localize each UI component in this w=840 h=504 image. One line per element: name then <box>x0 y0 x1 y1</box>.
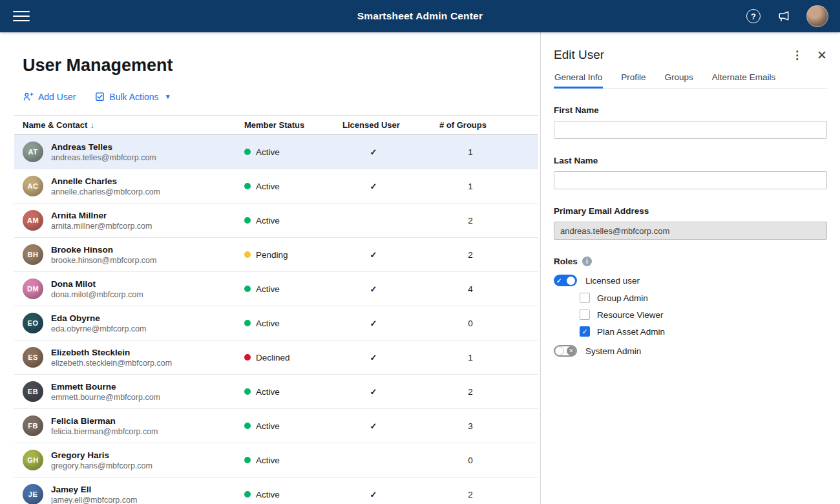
user-name: Gregory Haris <box>51 450 152 460</box>
table-row[interactable]: EO Eda Obyrne eda.obyrne@mbfcorp.com Act… <box>14 306 538 341</box>
role-checkbox-label: Group Admin <box>597 293 648 303</box>
user-table: Name & Contact↓ Member Status Licensed U… <box>14 115 538 504</box>
table-row[interactable]: DM Dona Milot dona.milot@mbfcorp.com Act… <box>14 272 538 306</box>
column-header-licensed[interactable]: Licensed User <box>342 120 439 130</box>
licensed-user-role-row: ✓ Licensed user <box>554 275 827 286</box>
status-dot <box>244 388 251 395</box>
licensed-check-icon: ✓ <box>342 387 404 397</box>
user-email: arnita.millner@mbfcorp.com <box>51 222 152 231</box>
role-checkbox[interactable] <box>580 310 590 320</box>
system-admin-toggle-label: System Admin <box>585 346 641 356</box>
status-label: Active <box>256 284 280 294</box>
user-name: Arnita Millner <box>51 211 152 220</box>
role-checkbox-row: ✓ Plan Asset Admin <box>580 326 827 337</box>
table-row[interactable]: AM Arnita Millner arnita.millner@mbfcorp… <box>14 204 538 238</box>
status-dot <box>244 457 251 463</box>
licensed-check-icon: ✓ <box>342 421 404 431</box>
panel-title: Edit User <box>554 48 604 62</box>
status-dot <box>244 251 251 258</box>
info-icon[interactable]: i <box>582 257 592 266</box>
user-avatar-menu[interactable] <box>806 5 828 27</box>
user-management-section: User Management Add User <box>0 32 540 504</box>
hamburger-menu-icon[interactable] <box>13 8 30 25</box>
edit-user-panel: Edit User ⋮ ✕ General InfoProfileGroupsA… <box>540 32 840 504</box>
groups-count: 2 <box>439 216 501 226</box>
user-avatar: AT <box>23 142 43 162</box>
table-row[interactable]: FB Felicia Bierman felicia.bierman@mbfco… <box>14 409 538 443</box>
add-user-button[interactable]: Add User <box>23 91 76 102</box>
toggle-check-icon: ✓ <box>556 277 562 284</box>
user-avatar: AC <box>23 176 43 196</box>
licensed-user-toggle-label: Licensed user <box>585 276 640 286</box>
bulk-actions-icon <box>95 92 105 101</box>
user-name: Elizebeth Stecklein <box>51 348 172 357</box>
tab-label: Alternate Emails <box>712 72 775 82</box>
status-label: Active <box>256 456 280 465</box>
system-admin-role-row: ✕ System Admin <box>554 345 827 357</box>
system-admin-toggle[interactable]: ✕ <box>554 345 577 357</box>
groups-count: 4 <box>439 284 501 294</box>
close-icon[interactable]: ✕ <box>817 49 827 61</box>
tab-profile[interactable]: Profile <box>620 72 646 88</box>
user-avatar: AM <box>23 210 43 231</box>
bulk-actions-button[interactable]: Bulk Actions ▼ <box>95 92 171 102</box>
status-label: Active <box>256 490 280 499</box>
table-row[interactable]: JE Jamey Ell jamey.ell@mbfcorp.com Activ… <box>14 478 538 504</box>
toggle-knob <box>567 277 575 285</box>
status-dot <box>244 286 251 292</box>
user-avatar: EO <box>23 313 43 333</box>
last-name-label: Last Name <box>554 156 827 165</box>
groups-count: 0 <box>439 319 501 328</box>
status-label: Active <box>256 421 280 431</box>
licensed-check-icon: ✓ <box>342 250 404 260</box>
user-name: Brooke Hinson <box>51 245 156 255</box>
user-name: Jamey Ell <box>51 485 137 494</box>
tab-general-info[interactable]: General Info <box>554 72 603 88</box>
megaphone-icon[interactable] <box>776 9 791 24</box>
role-checkbox-row: Resource Viewer <box>580 310 827 320</box>
table-row[interactable]: ES Elizebeth Stecklein elizebeth.steckle… <box>14 341 538 375</box>
column-header-status[interactable]: Member Status <box>244 120 342 130</box>
last-name-input[interactable] <box>554 171 827 189</box>
status-label: Active <box>256 147 280 157</box>
status-dot <box>244 354 251 361</box>
user-name: Andreas Telles <box>51 142 156 152</box>
toggle-x-icon: ✕ <box>567 346 576 355</box>
tab-alternate-emails[interactable]: Alternate Emails <box>711 72 776 88</box>
kebab-menu-icon[interactable]: ⋮ <box>792 50 803 61</box>
groups-count: 3 <box>439 421 501 431</box>
table-row[interactable]: BH Brooke Hinson brooke.hinson@mbfcorp.c… <box>14 238 538 272</box>
user-email: emmett.bourne@mbfcorp.com <box>51 393 160 402</box>
caret-down-icon: ▼ <box>165 93 171 100</box>
first-name-input[interactable] <box>554 121 827 139</box>
help-icon[interactable]: ? <box>746 9 761 23</box>
user-email: elizebeth.stecklein@mbfcorp.com <box>51 359 172 368</box>
licensed-check-icon: ✓ <box>342 490 404 499</box>
table-row[interactable]: AT Andreas Telles andreas.telles@mbfcorp… <box>14 135 538 169</box>
licensed-check-icon: ✓ <box>342 353 404 362</box>
licensed-check-icon: ✓ <box>342 284 404 294</box>
groups-count: 2 <box>439 490 501 499</box>
licensed-user-toggle[interactable]: ✓ <box>554 275 577 286</box>
app-title: Smartsheet Admin Center <box>0 10 840 22</box>
status-label: Declined <box>256 353 290 362</box>
user-table-header: Name & Contact↓ Member Status Licensed U… <box>14 115 538 135</box>
user-email: andreas.telles@mbfcorp.com <box>51 153 156 162</box>
status-label: Active <box>256 216 280 226</box>
groups-count: 1 <box>439 353 501 362</box>
table-row[interactable]: EB Emmett Bourne emmett.bourne@mbfcorp.c… <box>14 375 538 409</box>
user-table-body: AT Andreas Telles andreas.telles@mbfcorp… <box>14 135 538 504</box>
bulk-actions-label: Bulk Actions <box>109 92 158 102</box>
role-checkbox[interactable] <box>580 293 590 303</box>
status-dot <box>244 149 251 155</box>
table-row[interactable]: GH Gregory Haris gregory.haris@mbfcorp.c… <box>14 443 538 478</box>
table-row[interactable]: AC Annelle Charles annelle.charles@mbfco… <box>14 169 538 204</box>
groups-count: 0 <box>439 456 501 465</box>
licensed-check-icon: ✓ <box>342 182 404 191</box>
status-dot <box>244 491 251 498</box>
role-checkbox[interactable]: ✓ <box>580 326 590 337</box>
column-header-name[interactable]: Name & Contact↓ <box>14 120 244 130</box>
user-email: jamey.ell@mbfcorp.com <box>51 496 137 504</box>
column-header-groups[interactable]: # of Groups <box>439 120 538 130</box>
tab-groups[interactable]: Groups <box>664 72 694 88</box>
